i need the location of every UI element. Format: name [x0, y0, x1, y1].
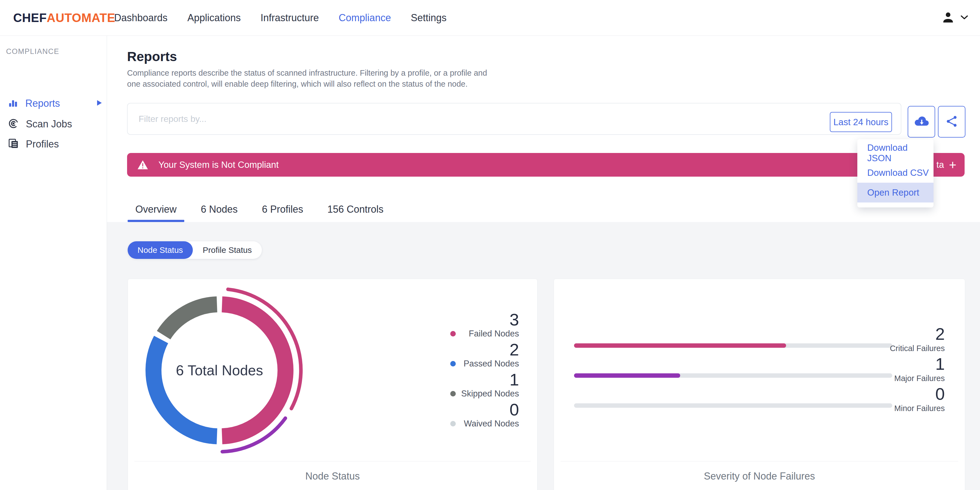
- major-count: 1: [894, 355, 945, 373]
- sidebar-item-profiles[interactable]: Profiles: [0, 134, 107, 154]
- nav-settings[interactable]: Settings: [410, 12, 446, 24]
- toggle-profile-status[interactable]: Profile Status: [193, 241, 262, 259]
- card-divider: [135, 461, 531, 461]
- sidebar-item-label: Profiles: [26, 138, 59, 150]
- nav-compliance[interactable]: Compliance: [339, 12, 391, 24]
- documents-icon: [8, 138, 19, 150]
- share-button[interactable]: [938, 106, 966, 138]
- minor-label: Minor Failures: [894, 403, 945, 414]
- nav-dashboards[interactable]: Dashboards: [114, 12, 167, 24]
- passed-count: 2: [447, 340, 519, 359]
- tab-nodes[interactable]: 6 Nodes: [193, 197, 245, 222]
- filter-reports-input[interactable]: [127, 103, 901, 135]
- warning-triangle-icon: [137, 159, 148, 170]
- page-title: Reports: [127, 49, 177, 64]
- logo-automate: AUTOMATE: [47, 11, 115, 24]
- donut-center-label: 6 Total Nodes: [129, 362, 310, 379]
- passed-label: Passed Nodes: [463, 359, 519, 368]
- legend-row-failed[interactable]: 3 Failed Nodes: [447, 310, 519, 340]
- download-dropdown-menu: Download JSON Download CSV Open Report: [858, 139, 934, 207]
- sidebar-item-label: Scan Jobs: [26, 118, 72, 130]
- report-tabs: Overview 6 Nodes 6 Profiles 156 Controls: [127, 197, 391, 222]
- waived-count: 0: [447, 401, 519, 419]
- minor-count: 0: [894, 385, 945, 403]
- cloud-download-icon: [913, 116, 929, 128]
- major-label: Major Failures: [894, 373, 945, 383]
- compliance-sidebar: COMPLIANCE Reports Scan Jobs: [0, 36, 107, 490]
- minor-failures-bar[interactable]: [574, 403, 892, 408]
- passed-dot-icon: [450, 361, 456, 366]
- skipped-count: 1: [447, 371, 519, 389]
- failed-dot-icon: [450, 331, 456, 336]
- waived-dot-icon: [450, 421, 456, 426]
- minor-failures-label-block: 0 Minor Failures: [894, 385, 945, 414]
- node-status-caption: Node Status: [128, 471, 537, 482]
- legend-row-passed[interactable]: 2 Passed Nodes: [447, 340, 519, 371]
- legend-row-waived[interactable]: 0 Waived Nodes: [447, 401, 519, 431]
- failed-label: Failed Nodes: [469, 329, 519, 339]
- nav-infrastructure[interactable]: Infrastructure: [261, 12, 319, 24]
- download-button[interactable]: [908, 106, 935, 138]
- top-nav-bar: CHEFAUTOMATE Dashboards Applications Inf…: [0, 0, 980, 36]
- banner-plus-icon[interactable]: +: [949, 153, 956, 177]
- compliance-reports-page: CHEFAUTOMATE Dashboards Applications Inf…: [0, 0, 980, 490]
- critical-label: Critical Failures: [890, 343, 945, 353]
- legend-row-skipped[interactable]: 1 Skipped Nodes: [447, 371, 519, 401]
- node-status-legend: 3 Failed Nodes 2 Passed Nodes 1 Skipped …: [447, 310, 519, 431]
- skipped-label: Skipped Nodes: [461, 389, 519, 398]
- page-description-line1: Compliance reports describe the status o…: [127, 68, 487, 78]
- severity-card: 2 Critical Failures 1 Major Failures 0 M…: [554, 279, 965, 490]
- menu-item-open-report[interactable]: Open Report: [858, 183, 934, 202]
- not-compliant-banner: Your System is Not Compliant ta +: [127, 153, 965, 177]
- chevron-down-icon: [960, 14, 969, 21]
- bar-chart-icon: [8, 98, 18, 109]
- failed-count: 3: [447, 310, 519, 329]
- tab-controls[interactable]: 156 Controls: [320, 197, 391, 222]
- sidebar-item-reports[interactable]: Reports: [0, 94, 107, 113]
- nav-applications[interactable]: Applications: [187, 12, 241, 24]
- tab-overview[interactable]: Overview: [127, 197, 184, 222]
- share-icon: [945, 115, 958, 129]
- chef-automate-logo[interactable]: CHEFAUTOMATE: [13, 0, 115, 35]
- time-range-button[interactable]: Last 24 hours: [830, 112, 892, 132]
- menu-item-download-json[interactable]: Download JSON: [858, 143, 934, 163]
- node-status-card: 6 Total Nodes 3 Failed Nodes 2 Passed No…: [127, 279, 538, 490]
- status-toggle: Node Status Profile Status: [127, 241, 262, 259]
- skipped-dot-icon: [450, 391, 456, 396]
- primary-nav: Dashboards Applications Infrastructure C…: [114, 0, 447, 35]
- logo-chef: CHEF: [13, 11, 47, 24]
- major-failures-label-block: 1 Major Failures: [894, 355, 945, 383]
- card-divider: [560, 461, 958, 461]
- critical-failures-label-block: 2 Critical Failures: [890, 325, 945, 353]
- critical-failures-fill: [574, 344, 786, 348]
- major-failures-fill: [574, 373, 680, 378]
- user-menu[interactable]: [940, 0, 969, 35]
- critical-count: 2: [890, 325, 945, 343]
- waived-label: Waived Nodes: [464, 419, 519, 428]
- major-failures-bar[interactable]: [574, 373, 892, 378]
- sidebar-item-scan-jobs[interactable]: Scan Jobs: [0, 114, 107, 134]
- banner-message: Your System is Not Compliant: [158, 159, 278, 170]
- severity-caption: Severity of Node Failures: [554, 471, 965, 482]
- tab-profiles[interactable]: 6 Profiles: [254, 197, 311, 222]
- user-avatar-icon: [940, 10, 956, 26]
- toggle-node-status[interactable]: Node Status: [127, 241, 193, 259]
- submenu-arrow-icon[interactable]: [96, 99, 103, 108]
- banner-partial-text: ta: [936, 159, 944, 170]
- menu-item-download-csv[interactable]: Download CSV: [858, 163, 934, 183]
- page-description-line2: one associated control, will enable deep…: [127, 79, 468, 89]
- sidebar-item-label: Reports: [25, 98, 60, 109]
- radar-icon: [8, 118, 19, 130]
- critical-failures-bar[interactable]: [574, 344, 892, 348]
- sidebar-section-label: COMPLIANCE: [6, 47, 59, 56]
